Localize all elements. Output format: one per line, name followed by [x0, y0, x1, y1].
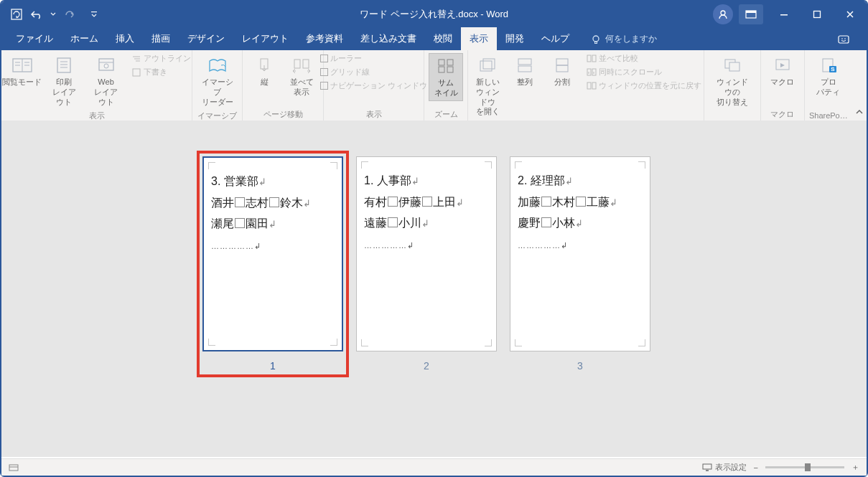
tab-insert[interactable]: 挿入: [107, 27, 143, 50]
page-thumbnail[interactable]: 1. 人事部↲有村伊藤上田↲遠藤小川↲……………↲: [356, 156, 497, 351]
ruler-checkbox[interactable]: ルーラー: [320, 53, 427, 64]
web-layout-button[interactable]: Web レイアウト: [86, 53, 125, 109]
tab-references[interactable]: 参考資料: [297, 27, 352, 50]
crop-mark: [361, 339, 368, 346]
read-mode-label: 閲覧モード: [2, 77, 42, 88]
close-button[interactable]: [834, 1, 867, 27]
tab-mailings[interactable]: 差し込み文書: [352, 27, 425, 50]
ribbon-display-options-icon[interactable]: [739, 4, 763, 24]
svg-rect-38: [518, 59, 531, 65]
svg-point-7: [593, 36, 599, 42]
nav-pane-checkbox[interactable]: ナビゲーション ウィンドウ: [320, 80, 427, 91]
zoom-slider[interactable]: [765, 466, 844, 468]
view-side-by-side-button[interactable]: 並べて比較: [587, 53, 701, 64]
status-left-icon[interactable]: [9, 463, 19, 472]
svg-point-24: [104, 64, 108, 68]
immersive-reader-button[interactable]: イマーシブ リーダー: [197, 53, 238, 109]
qat-customize-icon[interactable]: [88, 8, 101, 21]
thumbnails-button[interactable]: サム ネイル: [429, 53, 463, 101]
read-mode-icon: [11, 55, 33, 75]
tab-help[interactable]: ヘルプ: [533, 27, 578, 50]
crop-mark: [638, 339, 645, 346]
svg-rect-18: [57, 58, 70, 72]
svg-rect-56: [703, 464, 711, 469]
split-label: 分割: [554, 77, 570, 88]
draft-button[interactable]: 下書き: [131, 67, 191, 77]
new-window-label: 新しいウィンドウ を開く: [475, 77, 500, 117]
tab-layout[interactable]: レイアウト: [233, 27, 297, 50]
views-group-label: 表示: [6, 109, 187, 121]
page-text-line: 瀬尾園田↲: [211, 213, 335, 235]
split-icon: [551, 55, 573, 75]
svg-rect-30: [294, 60, 300, 68]
crop-mark: [485, 339, 492, 346]
outline-button[interactable]: アウトライン: [131, 53, 191, 64]
reset-position-button[interactable]: ウィンドウの位置を元に戻す: [587, 80, 701, 91]
tab-view[interactable]: 表示: [461, 27, 497, 50]
vertical-button[interactable]: 縦: [247, 53, 281, 90]
tab-review[interactable]: 校閲: [425, 27, 461, 50]
side-by-side-label: 並べて比較: [599, 53, 638, 64]
zoom-in-button[interactable]: ＋: [851, 462, 859, 473]
arrange-all-button[interactable]: 整列: [508, 53, 542, 90]
svg-rect-35: [447, 67, 453, 72]
undo-dropdown-icon[interactable]: [50, 8, 56, 21]
svg-rect-37: [483, 59, 495, 69]
page-thumbnail[interactable]: 3. 営業部↲酒井志村鈴木↲瀬尾園田↲……………↲: [202, 156, 343, 351]
minimize-button[interactable]: [767, 1, 801, 27]
svg-rect-43: [592, 55, 596, 62]
side-by-side-icon: [587, 55, 597, 62]
crop-mark: [330, 162, 337, 169]
crop-mark: [515, 339, 522, 346]
thumbnail-frame[interactable]: 2. 経理部↲加藤木村工藤↲慶野小林↲……………↲3: [510, 156, 650, 372]
account-avatar[interactable]: [713, 4, 733, 24]
tab-file[interactable]: ファイル: [7, 27, 62, 50]
display-settings-button[interactable]: 表示設定: [702, 462, 747, 473]
sync-scroll-icon: [587, 68, 597, 76]
tell-me-search[interactable]: 何をしますか: [584, 28, 664, 50]
vertical-icon: [253, 55, 275, 75]
undo-icon[interactable]: [30, 8, 43, 21]
tab-draw[interactable]: 描画: [143, 27, 179, 50]
side-to-side-button[interactable]: 並べて 表示: [284, 53, 319, 100]
new-window-button[interactable]: 新しいウィンドウ を開く: [470, 53, 505, 119]
autosave-icon[interactable]: [10, 8, 23, 21]
tab-developer[interactable]: 開発: [497, 27, 533, 50]
switch-windows-button[interactable]: ウィンドウの 切り替え: [709, 53, 756, 109]
zoom-slider-knob[interactable]: [805, 463, 811, 471]
reset-pos-label: ウィンドウの位置を元に戻す: [599, 80, 701, 91]
macros-group-label: マクロ: [765, 108, 800, 120]
page-text-line: 3. 営業部↲: [211, 171, 335, 192]
web-layout-label: Web レイアウト: [90, 77, 121, 107]
sync-scroll-label: 同時にスクロール: [599, 67, 662, 77]
svg-rect-4: [746, 11, 756, 13]
macros-button[interactable]: マクロ: [765, 53, 800, 90]
split-button[interactable]: 分割: [545, 53, 579, 90]
zoom-out-button[interactable]: −: [754, 463, 758, 472]
collapse-ribbon-button[interactable]: [852, 50, 867, 121]
switch-windows-spacer: [709, 110, 756, 120]
sharepoint-group-label: SharePo…: [809, 110, 848, 120]
tab-home[interactable]: ホーム: [62, 27, 107, 50]
sync-scroll-button[interactable]: 同時にスクロール: [587, 67, 701, 77]
tab-design[interactable]: デザイン: [179, 27, 233, 50]
show-group-label: 表示: [328, 108, 419, 120]
arrange-label: 整列: [517, 77, 533, 88]
gridlines-checkbox[interactable]: グリッド線: [320, 67, 427, 77]
properties-button[interactable]: S プロ パティ: [811, 53, 846, 100]
redo-icon[interactable]: [63, 8, 76, 21]
page-thumbnail[interactable]: 2. 経理部↲加藤木村工藤↲慶野小林↲……………↲: [510, 156, 650, 351]
thumbnail-frame[interactable]: 1. 人事部↲有村伊藤上田↲遠藤小川↲……………↲2: [356, 156, 497, 372]
svg-point-10: [841, 38, 843, 39]
read-mode-button[interactable]: 閲覧モード: [3, 53, 42, 90]
print-layout-button[interactable]: 印刷 レイアウト: [45, 53, 83, 109]
immersive-group-label: イマーシブ: [197, 109, 238, 121]
svg-rect-9: [839, 36, 849, 43]
tell-me-label: 何をしますか: [605, 33, 657, 45]
maximize-button[interactable]: [801, 1, 834, 27]
page-number-label: 3: [577, 360, 583, 372]
monitor-icon: [702, 463, 712, 471]
feedback-icon[interactable]: [831, 30, 857, 50]
thumbnail-frame[interactable]: 3. 営業部↲酒井志村鈴木↲瀬尾園田↲……………↲1: [200, 154, 346, 374]
chevron-up-icon: [854, 108, 864, 115]
